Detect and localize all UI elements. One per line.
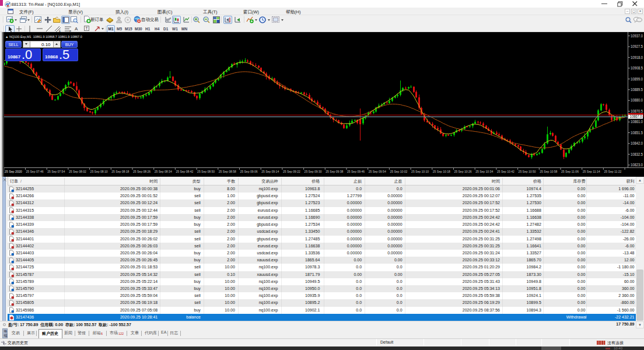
svg-text:25 Sep 09:14: 25 Sep 09:14 <box>261 170 279 173</box>
svg-text:25 Sep 08:10: 25 Sep 08:10 <box>90 170 108 173</box>
svg-text:25 Sep 09:30: 25 Sep 09:30 <box>304 170 323 173</box>
svg-text:25 Sep 08:50: 25 Sep 08:50 <box>197 170 215 173</box>
svg-text:25 Sep 10:50: 25 Sep 10:50 <box>519 170 537 173</box>
svg-text:10861.0: 10861.0 <box>631 120 643 124</box>
svg-text:10842.0: 10842.0 <box>631 141 643 145</box>
svg-text:25 Sep 09:22: 25 Sep 09:22 <box>283 170 301 173</box>
svg-text:25 Sep 08:34: 25 Sep 08:34 <box>155 170 173 173</box>
svg-text:10832.5: 10832.5 <box>631 152 643 156</box>
svg-text:25 Sep 11:06: 25 Sep 11:06 <box>561 170 579 173</box>
svg-text:10823.0: 10823.0 <box>631 163 643 167</box>
svg-text:25 Sep 10:02: 25 Sep 10:02 <box>390 170 408 173</box>
svg-text:25 Sep 09:38: 25 Sep 09:38 <box>326 170 344 173</box>
svg-text:10889.5: 10889.5 <box>631 88 643 92</box>
svg-text:10927.5: 10927.5 <box>631 44 643 48</box>
svg-text:25 Sep 08:02: 25 Sep 08:02 <box>69 170 87 173</box>
svg-text:25 Sep 07:46: 25 Sep 07:46 <box>26 170 44 173</box>
svg-text:10937.0: 10937.0 <box>631 34 643 38</box>
svg-text:10851.5: 10851.5 <box>631 131 643 135</box>
svg-text:25 Sep 10:34: 25 Sep 10:34 <box>475 170 494 173</box>
svg-text:10918.0: 10918.0 <box>631 55 643 60</box>
svg-text:25 Sep 08:58: 25 Sep 08:58 <box>219 170 237 173</box>
svg-text:25 Sep 11:14: 25 Sep 11:14 <box>583 170 601 173</box>
svg-text:25 Sep 07:54: 25 Sep 07:54 <box>47 170 65 173</box>
svg-text:25 Sep 10:58: 25 Sep 10:58 <box>540 170 558 173</box>
svg-text:25 Sep 10:18: 25 Sep 10:18 <box>433 170 451 173</box>
svg-text:25 Sep 10:10: 25 Sep 10:10 <box>411 170 429 173</box>
svg-text:25 Sep 08:26: 25 Sep 08:26 <box>133 170 151 173</box>
svg-text:25 Sep 2020: 25 Sep 2020 <box>5 170 23 173</box>
svg-text:10899.0: 10899.0 <box>631 77 643 81</box>
svg-text:10908.5: 10908.5 <box>631 66 643 70</box>
svg-text:25 Sep 10:42: 25 Sep 10:42 <box>497 170 515 173</box>
svg-text:25 Sep 09:06: 25 Sep 09:06 <box>240 170 258 173</box>
svg-text:25 Sep 09:54: 25 Sep 09:54 <box>369 170 387 173</box>
svg-text:25 Sep 11:22: 25 Sep 11:22 <box>604 170 622 173</box>
svg-text:25 Sep 09:46: 25 Sep 09:46 <box>347 170 365 173</box>
svg-text:10870.5: 10870.5 <box>631 109 643 113</box>
svg-text:25 Sep 08:18: 25 Sep 08:18 <box>111 170 130 173</box>
svg-text:25 Sep 08:42: 25 Sep 08:42 <box>176 170 194 173</box>
svg-text:10880.0: 10880.0 <box>631 98 643 102</box>
svg-text:25 Sep 10:26: 25 Sep 10:26 <box>454 170 473 173</box>
svg-text:10867.0: 10867.0 <box>630 114 642 118</box>
